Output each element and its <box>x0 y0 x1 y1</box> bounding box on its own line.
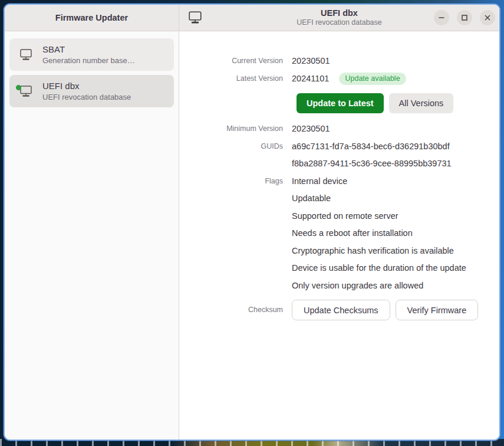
firmware-updater-window: Firmware Updater SBAT Generation number … <box>5 5 499 440</box>
sidebar-item-uefi-dbx[interactable]: UEFI dbx UEFI revocation database <box>9 75 174 107</box>
update-checksums-button[interactable]: Update Checksums <box>292 300 390 320</box>
device-description: UEFI revocation database <box>42 92 131 103</box>
maximize-button[interactable] <box>457 10 472 25</box>
minimum-version-row: Minimum Version 20230501 <box>184 120 490 138</box>
verify-firmware-button[interactable]: Verify Firmware <box>396 300 479 320</box>
latest-version-value: 20241101 <box>292 74 329 83</box>
guid-value: f8ba2887-9411-5c36-9cee-88995bb39731 <box>292 155 452 173</box>
checksum-row: Checksum Update Checksums Verify Firmwar… <box>184 294 490 320</box>
flags-row: Flags Internal device Updatable Supporte… <box>184 173 490 295</box>
update-available-dot <box>16 85 21 90</box>
flag-value: Supported on remote server <box>292 208 466 225</box>
monitor-icon <box>187 11 203 25</box>
device-name: SBAT <box>42 43 135 55</box>
flag-value: Needs a reboot after installation <box>292 225 466 242</box>
latest-version-label: Latest Version <box>184 70 283 88</box>
page-title: UEFI dbx <box>297 8 382 18</box>
guids-label: GUIDs <box>184 138 283 173</box>
update-available-badge: Update available <box>339 73 406 85</box>
device-detail-pane: UEFI dbx UEFI revocation database <box>179 5 499 440</box>
minimum-version-label: Minimum Version <box>184 120 283 138</box>
device-details: Current Version 20230501 Latest Version … <box>179 31 499 320</box>
minimize-button[interactable] <box>434 10 449 25</box>
device-name: UEFI dbx <box>42 80 131 92</box>
device-description: Generation number base… <box>42 55 135 66</box>
guids-row: GUIDs a69c7131-fd7a-5834-bec6-d36291b30b… <box>184 138 490 173</box>
content-header: UEFI dbx UEFI revocation database <box>179 5 499 31</box>
flags-label: Flags <box>184 173 283 295</box>
sidebar-header: Firmware Updater <box>5 5 179 31</box>
flag-value: Only version upgrades are allowed <box>292 277 466 295</box>
monitor-icon <box>18 85 34 98</box>
sidebar-item-sbat[interactable]: SBAT Generation number base… <box>9 38 174 71</box>
close-button[interactable] <box>480 10 495 25</box>
flag-value: Device is usable for the duration of the… <box>292 260 466 277</box>
current-version-value: 20230501 <box>292 53 330 70</box>
guid-value: a69c7131-fd7a-5834-bec6-d36291b30bdf <box>292 138 452 156</box>
current-version-row: Current Version 20230501 <box>184 53 490 70</box>
flag-value: Cryptographic hash verification is avail… <box>292 242 466 260</box>
page-subtitle: UEFI revocation database <box>297 18 382 27</box>
sidebar: Firmware Updater SBAT Generation number … <box>5 5 179 440</box>
app-title: Firmware Updater <box>55 13 128 22</box>
update-to-latest-button[interactable]: Update to Latest <box>297 93 384 113</box>
desktop-background: Firmware Updater SBAT Generation number … <box>0 0 504 446</box>
latest-version-row: Latest Version 20241101 Update available <box>184 70 490 88</box>
minimum-version-value: 20230501 <box>292 120 330 138</box>
flag-value: Internal device <box>292 173 466 191</box>
checksum-label: Checksum <box>184 300 283 320</box>
current-version-label: Current Version <box>184 53 283 70</box>
update-actions-row: Update to Latest All Versions <box>297 93 490 113</box>
all-versions-button[interactable]: All Versions <box>389 93 454 113</box>
desktop-wallpaper-strip <box>0 439 504 446</box>
window-controls <box>434 10 495 25</box>
flag-value: Updatable <box>292 190 466 208</box>
device-list: SBAT Generation number base… <box>5 31 179 114</box>
monitor-icon <box>18 48 34 61</box>
